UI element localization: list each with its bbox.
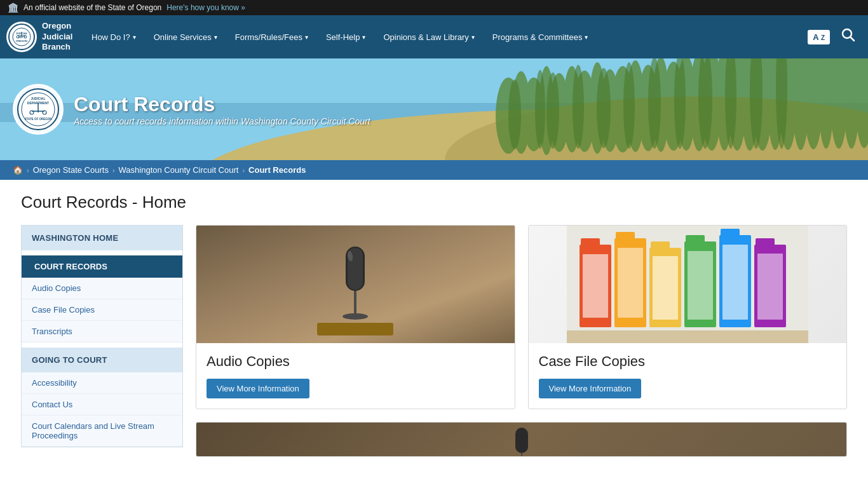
top-bar-text: An official website of the State of Oreg… (24, 3, 161, 12)
separator: › (112, 166, 115, 174)
card-case-file-copies: Case File Copies View More Information (528, 225, 848, 409)
nav-self-help[interactable]: Self-Help ▾ (317, 15, 374, 58)
breadcrumb-oregon-courts[interactable]: Oregon State Courts (33, 165, 109, 175)
hero-title: Court Records (74, 93, 370, 116)
sidebar-court-records-header: Court Records (22, 255, 182, 278)
state-icon: 🏛️ (8, 3, 18, 13)
sidebar-item-case-file-copies[interactable]: Case File Copies (22, 299, 182, 321)
page-title: Court Records - Home (21, 193, 847, 212)
chevron-down-icon: ▾ (362, 34, 365, 41)
sidebar-washington-home[interactable]: Washington Home (22, 226, 182, 250)
card-body-files: Case File Copies View More Information (529, 343, 847, 409)
nav-opinions-law-library[interactable]: Opinions & Law Library ▾ (374, 15, 483, 58)
svg-rect-88 (688, 251, 713, 320)
svg-rect-84 (756, 238, 775, 246)
sidebar: Washington Home Court Records Audio Copi… (21, 225, 183, 447)
svg-rect-92 (515, 428, 528, 453)
svg-rect-87 (653, 256, 678, 320)
content-layout: Washington Home Court Records Audio Copi… (21, 225, 847, 457)
logo-text: Oregon Judicial Branch (42, 21, 72, 53)
breadcrumb: 🏠 › Oregon State Courts › Washington Cou… (0, 160, 868, 180)
card-body-audio: Audio Copies View More Information (196, 343, 515, 409)
svg-rect-76 (616, 232, 635, 240)
sidebar-going-to-court-header[interactable]: Going to Court (22, 348, 182, 372)
breadcrumb-current: Court Records (248, 165, 306, 175)
sidebar-item-contact-us[interactable]: Contact Us (22, 394, 182, 416)
nav-bar: JUDICIAL DEPT OREGON Oregon Judicial Bra… (0, 15, 868, 58)
logo-area[interactable]: JUDICIAL DEPT OREGON Oregon Judicial Bra… (6, 21, 83, 53)
home-icon: 🏠 (13, 165, 23, 175)
sidebar-item-accessibility[interactable]: Accessibility (22, 372, 182, 394)
sidebar-item-transcripts[interactable]: Transcripts (22, 321, 182, 342)
card-partial-image (196, 423, 846, 457)
card-btn-files[interactable]: View More Information (539, 379, 642, 398)
hero-content: JUDICIAL DEPARTMENT STATE OF OREGON Cour… (0, 58, 868, 160)
main-container: Court Records - Home Washington Home Cou… (8, 180, 860, 470)
chevron-down-icon: ▾ (133, 34, 136, 41)
separator: › (242, 166, 245, 174)
cards-area: Audio Copies View More Information (196, 225, 847, 457)
svg-point-69 (342, 313, 368, 320)
svg-rect-78 (651, 241, 670, 249)
chevron-down-icon: ▾ (305, 34, 308, 41)
sidebar-item-court-calendars[interactable]: Court Calendars and Live Stream Proceedi… (22, 416, 182, 447)
svg-text:STATE OF OREGON: STATE OF OREGON (25, 118, 52, 121)
how-to-know-link[interactable]: Here's how you know » (166, 3, 245, 12)
card-audio-copies: Audio Copies View More Information (196, 225, 515, 409)
svg-rect-89 (722, 245, 748, 320)
translate-label: A (813, 32, 818, 42)
hero-seal: JUDICIAL DEPARTMENT STATE OF OREGON (13, 84, 64, 135)
breadcrumb-home-link[interactable]: 🏠 (13, 165, 23, 175)
chevron-down-icon: ▾ (214, 34, 217, 41)
card-btn-audio[interactable]: View More Information (207, 379, 309, 398)
hero-section: JUDICIAL DEPARTMENT STATE OF OREGON Cour… (0, 58, 868, 160)
logo-seal: JUDICIAL DEPT OREGON (6, 22, 37, 52)
top-bar: 🏛️ An official website of the State of O… (0, 0, 868, 15)
nav-forms-rules-fees[interactable]: Forms/Rules/Fees ▾ (226, 15, 317, 58)
card-image-audio (196, 226, 515, 343)
card-partial (196, 422, 847, 457)
svg-rect-91 (567, 330, 808, 343)
chevron-down-icon: ▾ (585, 34, 588, 41)
translate-icon: Z (821, 34, 825, 41)
nav-programs-committees[interactable]: Programs & Committees ▾ (484, 15, 597, 58)
svg-rect-71 (317, 323, 393, 336)
svg-line-10 (850, 37, 854, 41)
svg-rect-86 (618, 248, 643, 318)
breadcrumb-washington-county[interactable]: Washington County Circuit Court (119, 165, 239, 175)
sidebar-item-audio-copies[interactable]: Audio Copies (22, 278, 182, 299)
card-title-audio: Audio Copies (207, 353, 505, 370)
nav-online-services[interactable]: Online Services ▾ (145, 15, 226, 58)
hero-text: Court Records Access to court records in… (74, 93, 370, 126)
nav-items: How Do I? ▾ Online Services ▾ Forms/Rule… (83, 15, 808, 58)
svg-text:OREGON: OREGON (16, 39, 27, 43)
cards-grid: Audio Copies View More Information (196, 225, 847, 409)
svg-text:JUDICIAL: JUDICIAL (31, 97, 45, 100)
card-title-files: Case File Copies (539, 353, 837, 370)
svg-rect-82 (721, 229, 740, 236)
svg-rect-80 (686, 235, 705, 243)
nav-how-do-i[interactable]: How Do I? ▾ (83, 15, 145, 58)
chevron-down-icon: ▾ (471, 34, 475, 41)
svg-rect-74 (581, 238, 600, 246)
svg-rect-85 (583, 254, 608, 318)
separator: › (27, 166, 29, 174)
nav-right: A Z (808, 25, 862, 48)
svg-rect-90 (757, 254, 783, 320)
hero-subtitle: Access to court records information with… (74, 116, 370, 126)
translate-button[interactable]: A Z (808, 30, 830, 44)
search-button[interactable] (835, 25, 862, 48)
card-image-files (529, 226, 847, 343)
